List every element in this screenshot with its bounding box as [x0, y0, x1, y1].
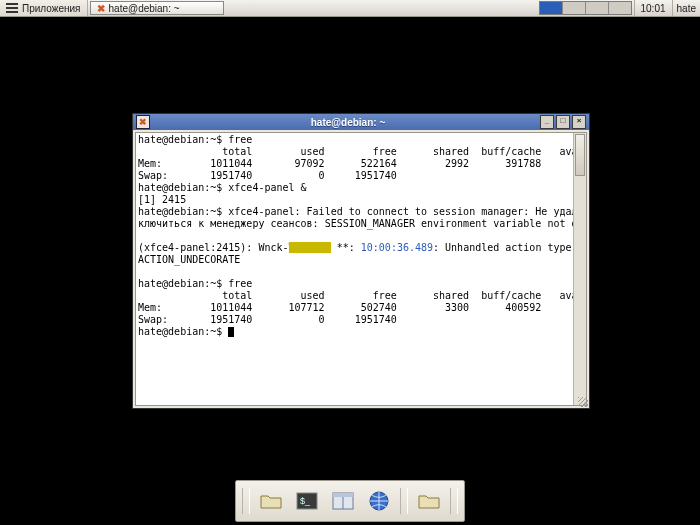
- svg-text:$_: $_: [300, 496, 311, 506]
- workspace-pager[interactable]: [539, 1, 632, 15]
- dock-handle-left[interactable]: [242, 488, 250, 514]
- window-title: hate@debian: ~: [156, 117, 540, 128]
- menu-icon: [6, 3, 18, 13]
- taskbar-button-label: hate@debian: ~: [109, 3, 180, 14]
- minimize-button[interactable]: _: [540, 115, 554, 129]
- close-button[interactable]: ×: [572, 115, 586, 129]
- terminal-viewport[interactable]: hate@debian:~$ free total used free shar…: [135, 132, 587, 406]
- workspace-1[interactable]: [540, 2, 563, 14]
- bottom-dock: $_: [235, 480, 465, 522]
- taskbar-button-terminal[interactable]: ✖ hate@debian: ~: [90, 1, 224, 15]
- workspace-3[interactable]: [586, 2, 609, 14]
- scrollbar-vertical[interactable]: [573, 133, 586, 405]
- dock-launcher-terminal[interactable]: $_: [292, 486, 322, 516]
- globe-icon: [368, 490, 390, 512]
- terminal-window: ✖ hate@debian: ~ _ □ × hate@debian:~$ fr…: [132, 113, 590, 409]
- dock-handle-right[interactable]: [450, 488, 458, 514]
- window-titlebar[interactable]: ✖ hate@debian: ~ _ □ ×: [133, 114, 589, 130]
- dock-launcher-file-manager[interactable]: [328, 486, 358, 516]
- clock-label: 10:01: [641, 3, 666, 14]
- applications-menu-label: Приложения: [22, 3, 81, 14]
- scrollbar-thumb[interactable]: [575, 134, 585, 176]
- applications-menu-button[interactable]: Приложения: [0, 0, 88, 16]
- svg-rect-3: [333, 493, 353, 497]
- dock-launcher-folder[interactable]: [256, 486, 286, 516]
- panel-spacer: [224, 0, 537, 16]
- file-manager-icon: [332, 492, 354, 510]
- tray-user-label[interactable]: hate: [672, 0, 700, 16]
- clock[interactable]: 10:01: [634, 0, 672, 16]
- workspace-2[interactable]: [563, 2, 586, 14]
- terminal-icon: $_: [296, 492, 318, 510]
- workspace-4[interactable]: [609, 2, 631, 14]
- dock-separator: [400, 488, 408, 514]
- dock-launcher-web-browser[interactable]: [364, 486, 394, 516]
- terminal-icon: ✖: [97, 3, 105, 14]
- terminal-cursor: [228, 327, 234, 337]
- window-menu-icon[interactable]: ✖: [136, 115, 150, 129]
- folder-icon: [260, 492, 282, 510]
- maximize-button[interactable]: □: [556, 115, 570, 129]
- dock-launcher-folder-2[interactable]: [414, 486, 444, 516]
- top-panel: Приложения ✖ hate@debian: ~ 10:01 hate: [0, 0, 700, 17]
- folder-icon: [418, 492, 440, 510]
- resize-grip[interactable]: [578, 397, 588, 407]
